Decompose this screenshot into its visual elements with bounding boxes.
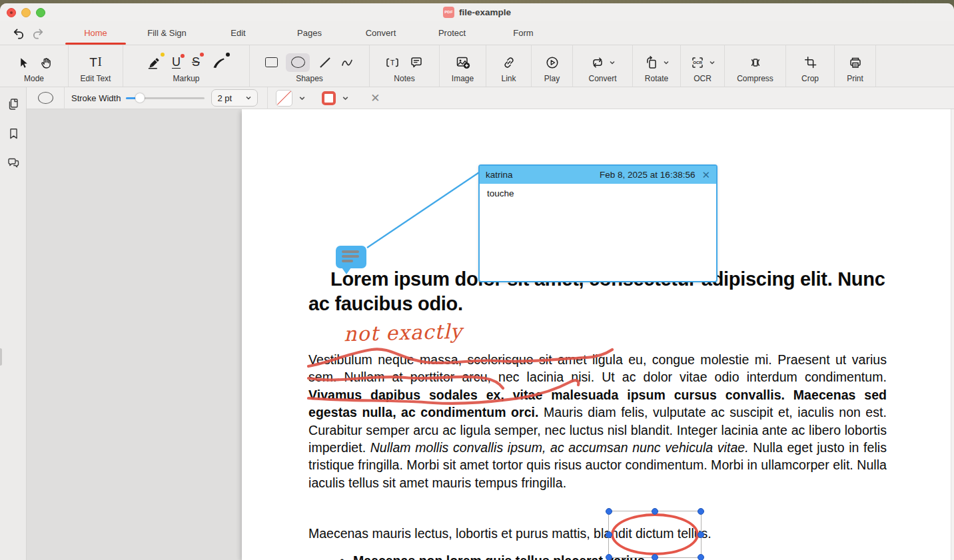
group-convert: Convert: [573, 45, 633, 87]
convert-chevron-icon[interactable]: [609, 59, 616, 66]
tab-edit[interactable]: Edit: [203, 21, 274, 45]
group-shapes: Shapes: [250, 45, 370, 87]
insert-image-icon[interactable]: [455, 55, 470, 70]
stroke-width-value: 2 pt: [217, 93, 232, 103]
group-label-notes: Notes: [394, 75, 414, 83]
close-window-button[interactable]: [7, 8, 16, 17]
comment-popup-header[interactable]: katrina Feb 8, 2025 at 16:38:56 ✕: [480, 166, 716, 184]
group-label-print: Print: [847, 75, 863, 83]
comment-popup[interactable]: katrina Feb 8, 2025 at 16:38:56 ✕ touche: [478, 164, 717, 282]
text-note-icon[interactable]: T: [385, 55, 400, 70]
underline-color-dot: [181, 54, 185, 58]
highlighter-icon[interactable]: [147, 55, 161, 69]
bookmarks-icon[interactable]: [0, 122, 27, 144]
traffic-lights: [7, 8, 45, 17]
edit-text-icon[interactable]: TI: [89, 55, 102, 70]
selection-handle-sw[interactable]: [606, 554, 612, 560]
ellipse-shape-icon-selected[interactable]: [286, 53, 310, 72]
tab-convert[interactable]: Convert: [345, 21, 416, 45]
print-icon[interactable]: [848, 55, 863, 70]
group-mode: Mode: [0, 45, 69, 87]
comment-author: katrina: [486, 170, 600, 180]
title-bar: PDF file-example: [0, 3, 954, 21]
rectangle-shape-icon[interactable]: [265, 57, 278, 67]
group-crop: Crop: [786, 45, 835, 87]
stroke-width-dropdown[interactable]: 2 pt: [211, 89, 258, 107]
group-markup: U S Markup: [123, 45, 250, 87]
svg-text:OCR: OCR: [693, 60, 702, 65]
ocr-icon[interactable]: OCR: [690, 55, 705, 70]
line-shape-icon[interactable]: [318, 55, 332, 70]
group-rotate: Rotate: [633, 45, 681, 87]
pen-color-dot: [226, 53, 230, 57]
play-icon[interactable]: [545, 55, 560, 70]
comment-body-text[interactable]: touche: [480, 184, 716, 203]
comment-close-icon[interactable]: ✕: [702, 169, 710, 181]
vertical-scrollbar[interactable]: [951, 109, 954, 560]
window-title-area: PDF file-example: [443, 3, 511, 21]
stroke-color-swatch[interactable]: [276, 90, 292, 107]
stroke-width-label: Stroke Width: [71, 93, 121, 103]
link-icon[interactable]: [502, 55, 516, 70]
tab-form[interactable]: Form: [488, 21, 559, 45]
selection-handle-ne[interactable]: [698, 508, 704, 515]
chevron-down-icon: [245, 95, 252, 101]
underline-icon[interactable]: U: [172, 57, 181, 69]
left-sidebar: [0, 87, 27, 560]
freehand-shape-icon[interactable]: [340, 56, 354, 69]
stroke-color-chevron-icon[interactable]: [298, 95, 306, 102]
selection-handle-nw[interactable]: [606, 508, 612, 515]
document-canvas: Lorem ipsum dolor sit amet, consectetur …: [27, 109, 954, 560]
group-label-compress: Compress: [737, 75, 773, 83]
rotate-icon[interactable]: [644, 55, 659, 70]
ocr-chevron-icon[interactable]: [709, 59, 716, 66]
group-label-ocr: OCR: [694, 75, 712, 83]
group-label-mode: Mode: [24, 75, 44, 83]
page-thumbnails-icon[interactable]: [0, 93, 27, 115]
tab-home[interactable]: Home: [60, 21, 131, 45]
selection-handle-se[interactable]: [698, 554, 704, 560]
ellipse-annotation-selection[interactable]: [608, 511, 702, 558]
selection-handle-n[interactable]: [652, 508, 658, 515]
svg-text:T: T: [390, 59, 395, 67]
handwritten-annotation[interactable]: not exactly: [344, 320, 463, 346]
redo-button[interactable]: [28, 25, 48, 42]
comment-note-icon[interactable]: [409, 55, 424, 70]
tab-protect[interactable]: Protect: [416, 21, 488, 45]
group-label-markup: Markup: [173, 75, 199, 83]
group-label-image: Image: [452, 75, 474, 83]
selection-handle-s[interactable]: [652, 554, 658, 560]
group-print: Print: [835, 45, 876, 87]
group-label-edit-text: Edit Text: [81, 75, 111, 83]
shape-properties-bar: Stroke Width 2 pt ✕: [27, 87, 954, 109]
zoom-window-button[interactable]: [36, 8, 45, 17]
strikethrough-icon[interactable]: S: [192, 55, 200, 69]
undo-button[interactable]: [8, 25, 28, 42]
select-cursor-icon[interactable]: [16, 56, 29, 69]
selection-handle-w[interactable]: [606, 531, 612, 538]
convert-icon[interactable]: [590, 55, 605, 70]
selection-handle-e[interactable]: [698, 531, 704, 538]
sidebar-drag-handle[interactable]: [0, 348, 2, 366]
compress-icon[interactable]: [748, 55, 763, 70]
close-properties-button[interactable]: ✕: [365, 91, 385, 105]
group-notes: T Notes: [370, 45, 440, 87]
fill-color-swatch[interactable]: [322, 91, 336, 105]
minimize-window-button[interactable]: [21, 8, 31, 17]
tab-fill-sign[interactable]: Fill & Sign: [131, 21, 203, 45]
group-play: Play: [532, 45, 573, 87]
hand-pan-icon[interactable]: [39, 55, 53, 69]
comments-panel-icon[interactable]: [0, 151, 27, 174]
stroke-width-slider[interactable]: [126, 93, 205, 103]
fill-color-chevron-icon[interactable]: [342, 95, 349, 102]
ellipse-annotation[interactable]: [611, 513, 699, 555]
app-window: PDF file-example Home Fill & Sign Edit P…: [0, 3, 954, 560]
tab-pages[interactable]: Pages: [274, 21, 345, 45]
pen-markup-icon[interactable]: [211, 55, 226, 70]
rotate-chevron-icon[interactable]: [663, 59, 670, 66]
group-label-crop: Crop: [801, 75, 819, 83]
group-edit-text: TI Edit Text: [69, 45, 123, 87]
crop-icon[interactable]: [803, 55, 817, 69]
group-ocr: OCR OCR: [681, 45, 725, 87]
comment-marker-icon[interactable]: [336, 246, 366, 268]
